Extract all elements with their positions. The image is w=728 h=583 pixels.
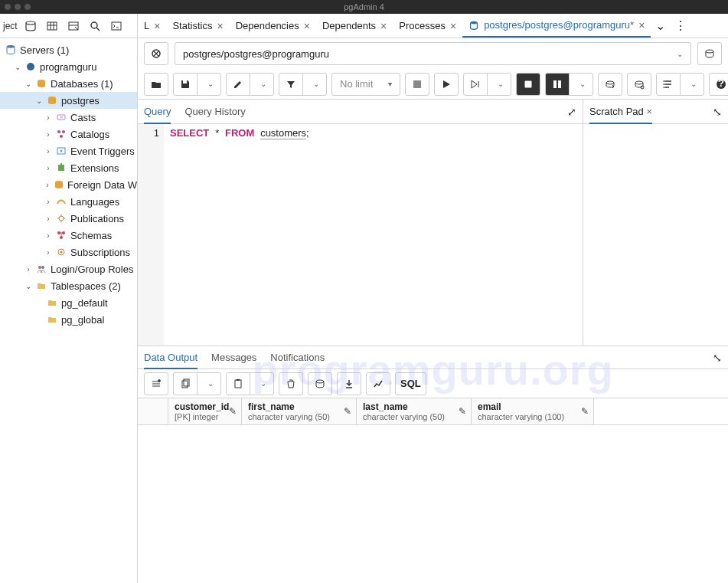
close-icon[interactable]: × xyxy=(217,20,223,32)
filter-dropdown[interactable]: ⌄ xyxy=(302,73,327,96)
tree-servers[interactable]: Servers (1) xyxy=(0,41,137,58)
paste-button[interactable] xyxy=(226,372,250,395)
column-header[interactable]: first_namecharacter varying (50)✎ xyxy=(242,398,357,424)
close-icon[interactable]: × xyxy=(638,19,645,31)
rollback-button[interactable] xyxy=(598,73,622,96)
explain-button[interactable] xyxy=(463,73,488,96)
tree-subscriptions[interactable]: ›Subscriptions xyxy=(0,244,137,260)
tab[interactable]: L× xyxy=(138,14,166,38)
tree-tablespaces[interactable]: ⌄Tablespaces (2) xyxy=(0,277,137,294)
view-data-icon[interactable] xyxy=(42,16,62,36)
delete-row-button[interactable] xyxy=(279,372,303,395)
tree-login-roles[interactable]: ›Login/Group Roles xyxy=(0,260,137,277)
close-icon[interactable]: × xyxy=(450,20,456,32)
copy-dropdown[interactable]: ⌄ xyxy=(197,372,221,395)
edit-icon[interactable]: ✎ xyxy=(581,406,589,417)
tree-foreign-data[interactable]: ›Foreign Data W xyxy=(0,176,137,193)
chevron-right-icon[interactable]: › xyxy=(44,113,52,122)
history-tab[interactable]: Query History xyxy=(184,100,245,123)
connection-status-button[interactable] xyxy=(144,42,168,65)
execute-button[interactable] xyxy=(434,73,459,96)
tree-server[interactable]: ⌄programguru xyxy=(0,58,137,75)
close-icon[interactable]: × xyxy=(646,106,652,117)
query-tool-icon[interactable] xyxy=(21,16,41,36)
close-icon[interactable]: × xyxy=(154,20,160,32)
filter-button[interactable] xyxy=(279,73,303,96)
query-tab[interactable]: Query xyxy=(144,100,171,124)
psql-icon[interactable] xyxy=(106,16,126,36)
scratch-pad-tab[interactable]: Scratch Pad × xyxy=(589,100,652,124)
tree-casts[interactable]: ›Casts xyxy=(0,109,137,126)
tree-schemas[interactable]: ›Schemas xyxy=(0,227,137,244)
data-output-tab[interactable]: Data Output xyxy=(144,347,198,369)
help-button[interactable]: ? xyxy=(709,73,728,96)
save-data-button[interactable] xyxy=(308,372,332,395)
chevron-down-icon[interactable]: ⌄ xyxy=(35,97,43,105)
filter-rows-icon[interactable] xyxy=(64,16,83,36)
edit-button[interactable] xyxy=(226,73,250,96)
limit-select[interactable]: No limit▾ xyxy=(331,73,400,96)
column-header[interactable]: emailcharacter varying (100)✎ xyxy=(472,398,594,424)
chevron-down-icon[interactable]: ⌄ xyxy=(24,282,32,290)
chevron-right-icon[interactable]: › xyxy=(44,130,52,139)
save-dropdown[interactable]: ⌄ xyxy=(197,73,221,96)
tree-databases[interactable]: ⌄Databases (1) xyxy=(0,75,137,92)
edit-icon[interactable]: ✎ xyxy=(344,406,351,417)
chevron-down-icon[interactable]: ⌄ xyxy=(14,63,21,71)
result-grid[interactable]: customer_id[PK] integer✎ first_namechara… xyxy=(138,398,728,583)
tree-catalogs[interactable]: ›Catalogs xyxy=(0,126,137,142)
scratch-pad-area[interactable] xyxy=(583,124,728,346)
chevron-right-icon[interactable]: › xyxy=(44,164,52,172)
paste-dropdown[interactable]: ⌄ xyxy=(250,372,274,395)
column-header[interactable]: last_namecharacter varying (50)✎ xyxy=(357,398,472,424)
traffic-light-max[interactable] xyxy=(24,4,31,10)
expand-icon[interactable]: ⤢ xyxy=(567,106,576,118)
traffic-light-close[interactable] xyxy=(5,4,11,10)
new-connection-button[interactable] xyxy=(697,42,722,65)
edit-dropdown[interactable]: ⌄ xyxy=(250,73,274,96)
chevron-right-icon[interactable]: › xyxy=(44,215,52,223)
tree-database-postgres[interactable]: ⌄postgres xyxy=(0,92,137,109)
explain-dropdown[interactable]: ⌄ xyxy=(487,73,511,96)
copy-button[interactable] xyxy=(173,372,198,395)
tree-event-triggers[interactable]: ›Event Triggers xyxy=(0,142,137,159)
tab-processes[interactable]: Processes× xyxy=(393,14,462,38)
tree-ts-default[interactable]: pg_default xyxy=(0,294,137,311)
graph-button[interactable] xyxy=(366,372,390,395)
search-icon[interactable] xyxy=(85,16,105,36)
save-button[interactable] xyxy=(173,73,198,96)
expand-icon[interactable]: ⤡ xyxy=(713,106,722,118)
tree-languages[interactable]: ›Languages xyxy=(0,193,137,210)
chevron-right-icon[interactable]: › xyxy=(44,147,52,156)
messages-tab[interactable]: Messages xyxy=(211,346,256,368)
tab-statistics[interactable]: Statistics× xyxy=(166,14,229,38)
commit-dropdown[interactable]: ⌄ xyxy=(569,73,593,96)
close-icon[interactable]: × xyxy=(380,20,387,32)
stop-button[interactable] xyxy=(405,73,429,96)
commit-button[interactable] xyxy=(545,73,570,96)
tab-dependents[interactable]: Dependents× xyxy=(316,14,393,38)
edit-icon[interactable]: ✎ xyxy=(459,406,466,417)
chevron-down-icon[interactable]: ⌄ xyxy=(24,80,32,88)
sql-button[interactable]: SQL xyxy=(395,372,426,395)
explain-analyze-button[interactable] xyxy=(516,73,540,96)
chevron-right-icon[interactable]: › xyxy=(44,181,51,189)
chevron-right-icon[interactable]: › xyxy=(44,231,52,240)
auto-rollback-button[interactable] xyxy=(627,73,651,96)
add-row-button[interactable] xyxy=(144,372,168,395)
chevron-right-icon[interactable]: › xyxy=(44,198,52,206)
tree-ts-global[interactable]: pg_global xyxy=(0,311,137,328)
tab-query-tool[interactable]: postgres/postgres@programguru*× xyxy=(462,14,651,38)
column-header[interactable]: customer_id[PK] integer✎ xyxy=(168,398,242,424)
macros-dropdown[interactable]: ⌄ xyxy=(680,73,704,96)
chevron-right-icon[interactable]: › xyxy=(44,248,52,257)
chevron-right-icon[interactable]: › xyxy=(24,265,32,273)
open-file-button[interactable] xyxy=(144,73,168,96)
tab-dependencies[interactable]: Dependencies× xyxy=(230,14,316,38)
tree-publications[interactable]: ›Publications xyxy=(0,210,137,227)
tab-overflow-icon[interactable]: ⌄ xyxy=(651,18,670,33)
macros-button[interactable] xyxy=(656,73,681,96)
expand-icon[interactable]: ⤡ xyxy=(713,352,722,364)
more-icon[interactable]: ⋮ xyxy=(670,18,691,33)
notifications-tab[interactable]: Notifications xyxy=(270,346,325,368)
